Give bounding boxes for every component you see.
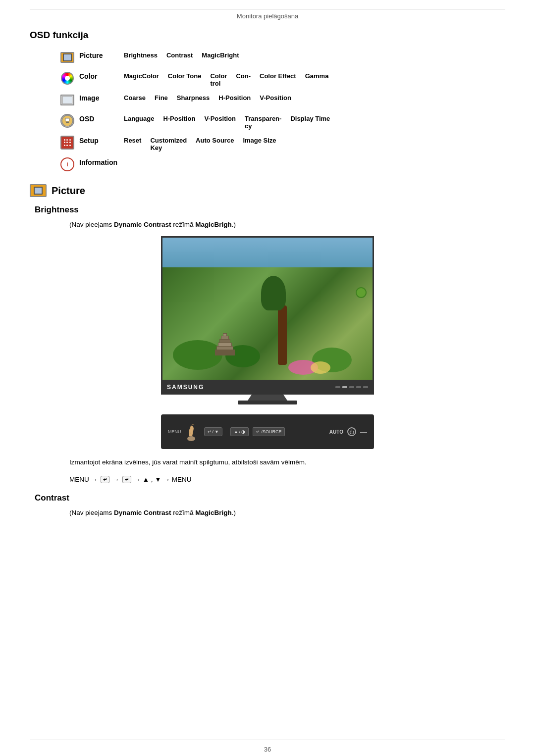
monitor-indicators xyxy=(335,386,368,388)
picture-section-header: Picture xyxy=(30,184,505,197)
contrast-note-end: .) xyxy=(232,509,236,516)
osd-label-setup: Setup xyxy=(79,135,124,145)
osd-subitem: Sharpness xyxy=(177,94,210,101)
osd-section-title: OSD funkcija xyxy=(30,30,505,41)
osd-subitem: Gamma xyxy=(305,72,329,87)
green-ball xyxy=(356,287,367,298)
osd-label-color: Color xyxy=(79,70,124,80)
osd-label-picture: Picture xyxy=(79,50,124,59)
osd-subitem: MagicBright xyxy=(202,51,239,59)
osd-label-information: Information xyxy=(79,156,124,166)
enter-key-1: ↵ xyxy=(101,476,109,483)
osd-subitem: CustomizedKey xyxy=(150,137,187,151)
enter-button[interactable]: ↵ / ▼ xyxy=(204,427,222,436)
osd-table: Picture Brightness Contrast MagicBright … xyxy=(59,50,505,172)
osd-subitem: Brightness xyxy=(124,51,158,59)
osd-label-osd: OSD xyxy=(79,113,124,123)
contrast-title: Contrast xyxy=(35,493,505,503)
contrast-note-mid: režīmā xyxy=(171,509,196,516)
osd-icon-shape xyxy=(60,114,74,128)
indicator-1 xyxy=(335,386,340,388)
enter-key-2: ↵ xyxy=(122,476,131,483)
source-label: /SOURCE xyxy=(261,429,281,434)
image-icon xyxy=(59,92,75,108)
down-arrow: ▼ xyxy=(214,429,219,434)
osd-subitem: Auto Source xyxy=(196,137,234,151)
svg-rect-4 xyxy=(66,122,69,123)
osd-row-osd: OSD Language H-Position V-Position Trans… xyxy=(59,113,505,130)
osd-subitem: H-Position xyxy=(218,94,251,101)
minus-button[interactable]: — xyxy=(360,428,367,436)
monitor-stand xyxy=(248,395,287,401)
osd-label-image: Image xyxy=(79,92,124,102)
menu-shortcut: MENU → ↵ → ↵ → ▲ , ▼ → MENU xyxy=(69,476,466,483)
osd-subitem: H-Position xyxy=(163,115,195,130)
arrow-1: → xyxy=(112,476,119,483)
source-button[interactable]: ↵ /SOURCE xyxy=(253,427,285,436)
circle-icon: ◑ xyxy=(241,429,245,434)
setup-icon-shape xyxy=(60,136,74,150)
osd-row-information: i Information xyxy=(59,156,505,172)
osd-row-picture: Picture Brightness Contrast MagicBright xyxy=(59,50,505,65)
up-arrow: ▲ xyxy=(234,429,238,434)
osd-subitem: MagicColor xyxy=(124,72,159,87)
page-wrapper: Monitora pielāgošana OSD funkcija Pictur… xyxy=(0,9,535,756)
osd-subitem: Contrast xyxy=(166,51,193,59)
color-icon-shape xyxy=(61,72,74,85)
svg-rect-3 xyxy=(65,118,69,121)
power-symbol: ⏻ xyxy=(349,429,354,435)
osd-subitem: Colortrol xyxy=(210,72,227,87)
osd-subitem: V-Position xyxy=(204,115,236,130)
monitor-display: SAMSUNG xyxy=(154,236,381,404)
picture-icon xyxy=(59,50,75,65)
menu-text: MENU → xyxy=(69,476,98,483)
tree-foliage xyxy=(261,276,286,310)
picture-icon-large xyxy=(30,184,47,197)
page-footer: 36 xyxy=(0,746,535,753)
svg-rect-1 xyxy=(63,97,72,103)
picture-section-title: Picture xyxy=(52,185,85,197)
pagoda xyxy=(215,333,235,355)
brightness-body-text: Izmantojot ekrāna izvēlnes, jūs varat ma… xyxy=(69,457,466,468)
page-header: Monitora pielāgošana xyxy=(0,9,535,25)
information-icon-shape: i xyxy=(60,157,74,171)
osd-subitem: Reset xyxy=(124,137,141,151)
osd-subitem: Coarse xyxy=(124,94,146,101)
contrast-note: (Nav pieejams Dynamic Contrast režīmā Ma… xyxy=(69,509,505,516)
pagoda-base xyxy=(215,350,235,355)
enter-sym2: ↵ xyxy=(256,429,260,434)
monitor-content xyxy=(162,238,373,380)
image-icon-shape xyxy=(60,95,74,105)
osd-row-color: Color MagicColor Color Tone Colortrol Co… xyxy=(59,70,505,87)
setup-icon xyxy=(59,135,75,151)
monitor-base xyxy=(238,401,297,404)
arrow-2: → ▲ , ▼ → MENU xyxy=(134,476,192,483)
osd-subitem: Image Size xyxy=(243,137,276,151)
tree-trunk xyxy=(278,305,287,365)
osd-subitem: Transparen-cy xyxy=(245,115,281,130)
menu-label: MENU xyxy=(168,429,181,434)
contrast-section: Contrast (Nav pieejams Dynamic Contrast … xyxy=(30,493,505,516)
contrast-note-bold2: MagicBrigh xyxy=(195,509,232,516)
osd-subitems-image: Coarse Fine Sharpness H-Position V-Posit… xyxy=(124,92,291,101)
color-icon xyxy=(59,70,75,86)
note-bold2: MagicBrigh xyxy=(195,221,232,228)
indicator-3 xyxy=(349,386,354,388)
osd-subitems-picture: Brightness Contrast MagicBright xyxy=(124,50,239,59)
auto-label: AUTO xyxy=(329,429,343,435)
osd-subitems-osd: Language H-Position V-Position Transpare… xyxy=(124,113,330,130)
nav-button[interactable]: ▲ / ◑ xyxy=(230,427,249,436)
sky xyxy=(162,238,373,267)
enter-symbol: ↵ xyxy=(208,429,212,434)
control-panel: MENU ↵ / ▼ ▲ / ◑ ↵ /SOURC xyxy=(161,414,374,449)
osd-row-image: Image Coarse Fine Sharpness H-Position V… xyxy=(59,92,505,108)
contrast-note-bold1: Dynamic Contrast xyxy=(114,509,171,516)
power-button[interactable]: ⏻ xyxy=(347,427,356,436)
osd-subitems-color: MagicColor Color Tone Colortrol Con- Col… xyxy=(124,70,328,87)
bottom-rule xyxy=(30,740,505,740)
osd-subitem: Language xyxy=(124,115,154,130)
slash-2: / xyxy=(239,429,241,434)
slash-separator: / xyxy=(213,429,214,434)
indicator-2 xyxy=(342,386,347,388)
header-title: Monitora pielāgošana xyxy=(237,12,298,20)
